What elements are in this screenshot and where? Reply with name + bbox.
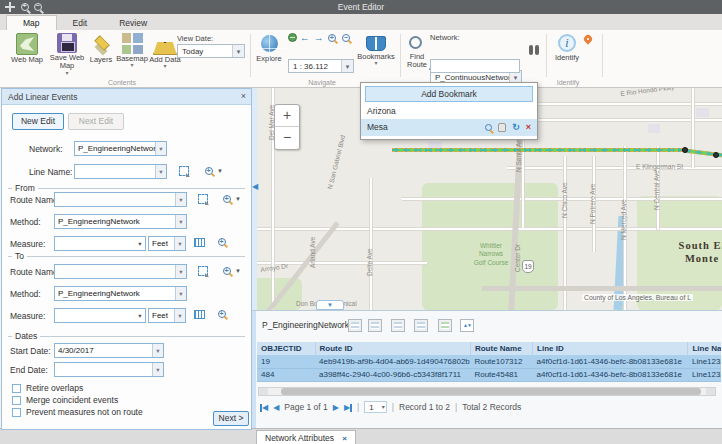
layers-button[interactable]: Layers <box>86 33 116 64</box>
next-edit-button[interactable]: Next Edit <box>68 113 124 130</box>
map-label: Arland Ave <box>309 237 316 268</box>
full-extent-icon[interactable] <box>288 33 297 42</box>
column-header[interactable]: Line Name <box>688 342 721 355</box>
binoculars-icon[interactable] <box>528 44 540 56</box>
select-on-map-icon[interactable] <box>198 266 208 276</box>
bookmarks-button[interactable]: Bookmarks ▾ <box>356 33 396 65</box>
to-method-field[interactable]: P_EngineeringNetwork <box>54 286 187 301</box>
horizontal-scrollbar[interactable] <box>258 387 716 396</box>
scrollbar-thumb[interactable] <box>281 388 701 395</box>
tab-network-attributes[interactable]: Network Attributes × <box>256 430 356 444</box>
page-select[interactable]: 1 <box>364 401 386 413</box>
close-icon[interactable]: × <box>241 91 246 101</box>
column-header[interactable]: Line ID <box>533 342 688 355</box>
measure-ruler-icon[interactable] <box>194 310 205 319</box>
find-route-button[interactable]: Find Route <box>404 33 430 70</box>
table-row[interactable]: 194eb9419b-af9b-4d04-ab69-1d490476802bRo… <box>257 355 721 368</box>
map-label: N Central Ave <box>653 170 660 210</box>
collapse-table-button[interactable]: ▼ <box>316 300 344 310</box>
from-method-field[interactable]: P_EngineeringNetwork <box>54 214 187 229</box>
last-page-button[interactable]: ▶ <box>344 402 352 412</box>
bookmark-label: Arizona <box>367 106 396 116</box>
attribute-table[interactable]: OBJECTIDRoute IDRoute NameLine IDLine Na… <box>257 342 721 382</box>
end-date-field[interactable] <box>54 362 164 377</box>
table-header-row[interactable]: OBJECTIDRoute IDRoute NameLine IDLine Na… <box>257 342 721 355</box>
bookmark-item[interactable]: Mesa↻× <box>361 119 537 136</box>
zoom-tools-icon[interactable] <box>205 167 213 175</box>
from-unit-field[interactable]: Feet <box>148 236 186 251</box>
checkbox[interactable] <box>12 384 21 393</box>
sort-records-icon[interactable] <box>460 319 474 332</box>
zoom-to-measure-icon[interactable] <box>218 238 226 246</box>
checkbox[interactable] <box>12 396 21 405</box>
scroll-left-icon[interactable] <box>259 388 268 395</box>
zoom-tools-icon[interactable] <box>223 195 231 203</box>
pager-separator: | <box>357 402 359 412</box>
map-zoom-out-button[interactable]: − <box>275 127 299 149</box>
switch-selection-icon[interactable] <box>438 319 452 332</box>
close-tab-icon[interactable]: × <box>342 434 347 443</box>
view-date-select[interactable]: Today <box>177 44 245 58</box>
collapse-panel-icon[interactable]: ◀ <box>252 182 258 191</box>
delete-bookmark-icon[interactable]: × <box>526 123 531 132</box>
select-records-icon[interactable] <box>348 319 362 332</box>
map-zoom-in-button[interactable]: + <box>275 105 299 127</box>
pan-to-bookmark-icon[interactable] <box>498 123 506 132</box>
column-header[interactable]: Route Name <box>470 342 532 355</box>
zoom-to-selected-icon[interactable] <box>391 319 405 332</box>
add-bookmark-button[interactable]: Add Bookmark <box>365 86 533 102</box>
previous-page-button[interactable]: ◀ <box>273 403 279 412</box>
next-page-button[interactable]: ▶ <box>333 403 339 412</box>
pan-to-selected-icon[interactable] <box>414 319 428 332</box>
measure-ruler-icon[interactable] <box>194 238 205 247</box>
line-name-field[interactable] <box>74 164 167 179</box>
show-selected-records-icon[interactable] <box>368 319 382 332</box>
web-map-button[interactable]: Web Map <box>7 33 47 64</box>
chevron-down-icon[interactable]: ▼ <box>235 196 241 202</box>
table-row[interactable]: 484a398ff4c-2940-4c00-96b6-c5343f8f1711R… <box>257 368 721 381</box>
from-route-name-field[interactable] <box>54 192 187 207</box>
zoom-out-map-icon[interactable] <box>342 34 350 42</box>
save-web-map-button[interactable]: Save Web Map ▾ <box>49 33 85 75</box>
tab-edit[interactable]: Edit <box>57 16 104 30</box>
to-measure-field[interactable] <box>54 308 146 323</box>
tab-map[interactable]: Map <box>6 15 57 30</box>
chevron-down-icon[interactable]: ▼ <box>235 268 241 274</box>
green-area <box>252 278 302 310</box>
to-route-name-field[interactable] <box>54 264 187 279</box>
chevron-down-icon[interactable]: ▼ <box>217 168 223 174</box>
previous-extent-icon[interactable]: ← <box>300 32 310 43</box>
zoom-to-measure-icon[interactable] <box>218 310 226 318</box>
tab-review[interactable]: Review <box>103 16 163 30</box>
find-route-input[interactable] <box>430 59 520 73</box>
select-on-map-icon[interactable] <box>179 166 189 176</box>
zoom-in-map-icon[interactable] <box>328 34 336 42</box>
bookmark-item[interactable]: Arizona <box>361 104 537 119</box>
zoom-to-bookmark-icon[interactable] <box>485 124 492 131</box>
explore-button[interactable]: Explore <box>252 33 286 63</box>
column-header[interactable]: OBJECTID <box>257 342 315 355</box>
app-title: Event Editor <box>0 2 722 12</box>
column-header[interactable]: Route ID <box>315 342 470 355</box>
from-measure-field[interactable] <box>54 236 146 251</box>
next-button[interactable]: Next > <box>213 411 249 426</box>
select-on-map-icon[interactable] <box>198 194 208 204</box>
table-cell: 19 <box>257 355 315 368</box>
ribbon-separator <box>602 34 603 77</box>
identify-button[interactable]: i Identify <box>550 33 584 62</box>
building <box>648 124 660 133</box>
pin-icon[interactable] <box>582 33 593 44</box>
network-field[interactable]: P_EngineeringNetwork <box>74 141 167 156</box>
basemap-button[interactable]: Basemap ▾ <box>114 33 150 67</box>
scroll-right-icon[interactable] <box>706 388 715 395</box>
first-page-button[interactable]: ◀ <box>260 402 268 412</box>
new-edit-button[interactable]: New Edit <box>12 113 64 130</box>
start-date-field[interactable]: 4/30/2017 <box>54 343 164 358</box>
end-date-label: End Date: <box>10 365 48 375</box>
next-extent-icon[interactable]: → <box>314 32 324 43</box>
update-bookmark-icon[interactable]: ↻ <box>512 123 520 132</box>
map-scale-select[interactable]: 1 : 36.112 <box>288 59 354 73</box>
checkbox[interactable] <box>12 408 21 417</box>
to-unit-field[interactable]: Feet <box>148 308 186 323</box>
zoom-tools-icon[interactable] <box>223 267 231 275</box>
